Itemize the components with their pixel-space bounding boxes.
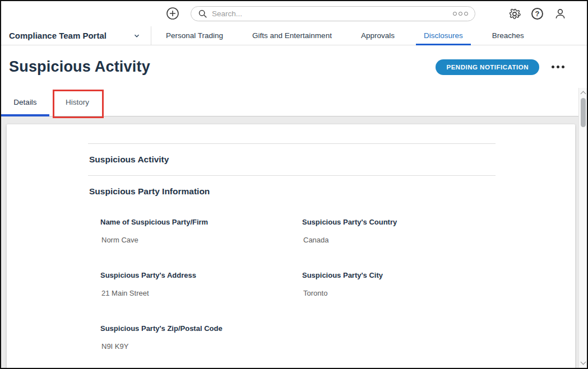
page-title: Suspicious Activity: [9, 58, 150, 76]
app-window: ? Compliance Team Portal Per: [0, 0, 588, 369]
tab-details[interactable]: Details: [1, 88, 49, 116]
scroll-up-icon[interactable]: [581, 91, 586, 97]
content-area: Suspicious Activity Suspicious Party Inf…: [1, 116, 587, 368]
field-label: Suspicious Party's Country: [302, 218, 496, 226]
nav-item-gifts-and-entertainment[interactable]: Gifts and Entertainment: [238, 26, 346, 45]
page-header-actions: PENDING NOTIFICATION: [436, 59, 564, 75]
form-column: Suspicious Activity Suspicious Party Inf…: [88, 124, 496, 368]
tab-bar: Details History: [1, 88, 587, 116]
nav-item-disclosures[interactable]: Disclosures: [409, 26, 478, 45]
nav-item-approvals[interactable]: Approvals: [346, 26, 409, 45]
section-heading-suspicious-party-information: Suspicious Party Information: [88, 176, 496, 203]
create-button[interactable]: [166, 7, 179, 20]
field-name-of-suspicious-party: Name of Suspicious Party/Firm Norm Cave: [100, 218, 302, 244]
scroll-down-icon[interactable]: [581, 359, 586, 365]
field-value: Toronto: [302, 289, 496, 297]
field-grid: Name of Suspicious Party/Firm Norm Cave …: [100, 218, 496, 368]
gear-icon: [508, 8, 521, 20]
field-label: Name of Suspicious Party/Firm: [100, 218, 302, 226]
search-icon: [198, 9, 207, 18]
field-suspicious-party-zip: Suspicious Party's Zip/Postal Code N9I K…: [100, 324, 302, 351]
plus-circle-icon: [166, 7, 179, 20]
field-suspicious-party-country: Suspicious Party's Country Canada: [302, 218, 496, 244]
user-menu-button[interactable]: [554, 7, 567, 20]
field-suspicious-party-city: Suspicious Party's City Toronto: [302, 271, 496, 297]
field-suspicious-party-address: Suspicious Party's Address 21 Main Stree…: [100, 271, 302, 297]
portal-nav: Compliance Team Portal Personal Trading …: [1, 26, 587, 45]
page-header: Suspicious Activity PENDING NOTIFICATION: [1, 45, 587, 88]
field-label: Suspicious Party's Zip/Postal Code: [100, 324, 302, 333]
user-icon: [554, 7, 567, 20]
scrollbar-thumb[interactable]: [581, 98, 586, 127]
status-badge[interactable]: PENDING NOTIFICATION: [436, 59, 539, 75]
global-search: [191, 6, 475, 21]
field-label: Suspicious Party's City: [302, 271, 496, 279]
search-more-options-icon[interactable]: [452, 10, 469, 18]
portal-nav-items: Personal Trading Gifts and Entertainment…: [151, 26, 587, 45]
page-options-icon[interactable]: [552, 63, 564, 71]
field-label: Suspicious Party's Address: [100, 271, 302, 279]
search-input[interactable]: [212, 10, 447, 18]
help-button[interactable]: ?: [531, 8, 543, 20]
field-value: Norm Cave: [100, 236, 302, 244]
vertical-scrollbar[interactable]: [578, 88, 587, 368]
help-icon: ?: [531, 8, 543, 20]
field-value: 21 Main Street: [100, 289, 302, 297]
settings-button[interactable]: [508, 8, 521, 20]
field-value: Canada: [302, 236, 496, 244]
nav-item-personal-trading[interactable]: Personal Trading: [151, 26, 238, 45]
nav-item-breaches[interactable]: Breaches: [478, 26, 539, 45]
portal-name: Compliance Team Portal: [9, 31, 107, 40]
form-card: Suspicious Activity Suspicious Party Inf…: [7, 124, 575, 368]
field-value: N9I K9Y: [100, 342, 302, 351]
top-bar-actions: ?: [508, 1, 567, 26]
tab-history[interactable]: History: [53, 88, 102, 116]
portal-selector[interactable]: Compliance Team Portal: [1, 26, 151, 45]
top-bar: ?: [1, 1, 587, 26]
section-heading-suspicious-activity: Suspicious Activity: [88, 144, 496, 175]
chevron-down-icon: [133, 32, 141, 40]
